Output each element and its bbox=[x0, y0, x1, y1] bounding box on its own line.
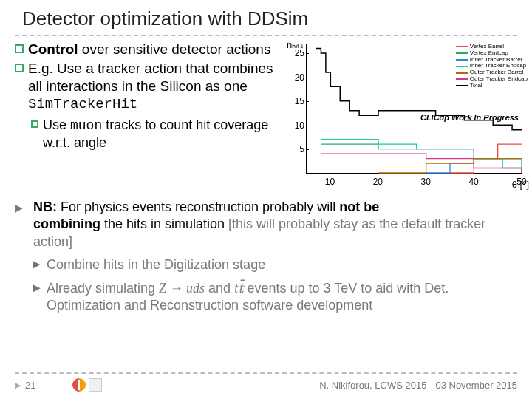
logo-square-icon bbox=[89, 378, 102, 392]
bullet-eg-text: E.g. Use a tracker action that combines … bbox=[28, 61, 273, 94]
nb-text-2: the hits in simulation bbox=[100, 216, 225, 231]
nb-combining: combining bbox=[33, 216, 100, 231]
nhits-chart: nₕᵢₜₛ CLICdp Work In Progress bbox=[284, 41, 529, 188]
bullet-control-rest: over sensitive detector actions bbox=[78, 41, 271, 57]
indent-txt-b: and bbox=[205, 281, 234, 296]
arrow-icon: ▶ bbox=[15, 381, 21, 390]
checkbox-icon bbox=[15, 64, 24, 72]
bullet-eg: E.g. Use a tracker action that combines … bbox=[15, 60, 279, 114]
subbullet-muon: Use muon tracks to count hit coverage w.… bbox=[31, 117, 279, 151]
subbullet-pre: Use bbox=[43, 117, 70, 132]
bullet-eg-mono: SimTrackerHit bbox=[28, 96, 137, 112]
logo-circle-icon bbox=[72, 378, 86, 392]
page-title: Detector optimization with DDSim bbox=[15, 6, 517, 35]
arrow-icon: ▶ bbox=[15, 202, 23, 250]
indent-math-1: Z → uds bbox=[159, 281, 205, 296]
nb-text-1: For physics events reconstruction probab… bbox=[57, 200, 339, 214]
arrow-icon: ▶ bbox=[33, 282, 41, 315]
indent-txt-a: Already simulating bbox=[47, 281, 159, 296]
nb-notbe: not be bbox=[339, 200, 379, 214]
footer-date: 03 November 2015 bbox=[435, 380, 517, 391]
checkbox-icon bbox=[15, 44, 24, 53]
footer-logos bbox=[72, 378, 102, 392]
chart-legend: Vertex BarrelVertex EndcapInner Tracker … bbox=[456, 44, 528, 89]
checkbox-icon bbox=[31, 120, 38, 128]
arrow-icon: ▶ bbox=[33, 258, 41, 273]
nb-label: NB: bbox=[33, 200, 57, 214]
bullet-control: Control over sensitive detector actions bbox=[15, 41, 279, 58]
nb-paragraph: NB: For physics events reconstruction pr… bbox=[29, 199, 517, 250]
chart-wip-label: CLICdp Work In Progress bbox=[420, 113, 519, 122]
subbullet-mono: muon bbox=[70, 118, 102, 133]
divider-bottom bbox=[15, 372, 517, 374]
divider-top bbox=[15, 35, 517, 36]
page-number: 21 bbox=[25, 380, 35, 391]
indent-math-2: tt̄ bbox=[234, 281, 243, 296]
footer-center: N. Nikiforou, LCWS 2015 bbox=[319, 380, 426, 391]
indent-combine-text: Combine hits in the Digitization stage bbox=[47, 256, 265, 273]
indent-simulating: ▶ Already simulating Z → uds and tt̄ eve… bbox=[33, 280, 517, 315]
indent-combine: ▶ Combine hits in the Digitization stage bbox=[33, 256, 517, 273]
bullet-control-lead: Control bbox=[28, 41, 78, 57]
footer: ▶ 21 N. Nikiforou, LCWS 2015 03 November… bbox=[15, 372, 517, 392]
